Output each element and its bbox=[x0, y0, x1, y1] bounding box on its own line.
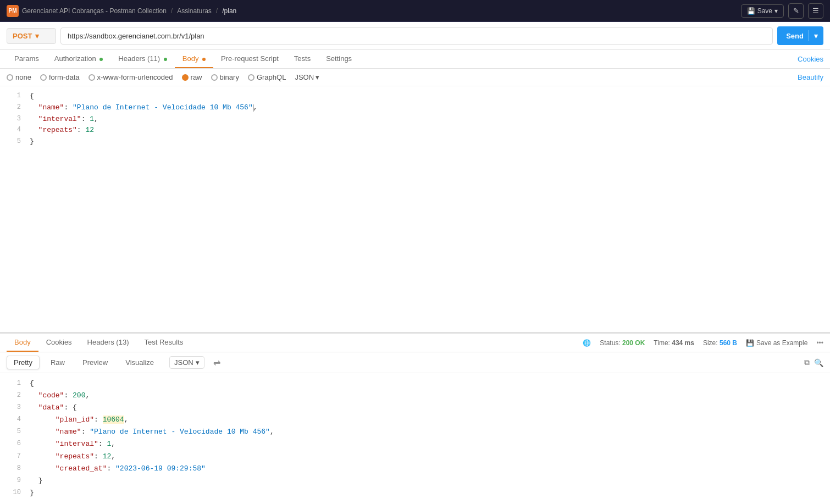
response-tabs-row: Body Cookies Headers (13) Test Results 🌐… bbox=[0, 334, 830, 352]
save-dropdown-icon: ▾ bbox=[774, 7, 778, 15]
response-meta: 🌐 Status: 200 OK Time: 434 ms Size: 560 … bbox=[583, 339, 823, 347]
body-type-raw[interactable]: raw bbox=[182, 73, 202, 81]
body-type-graphql[interactable]: GraphQL bbox=[248, 73, 286, 81]
request-line-1: 1 { bbox=[0, 91, 830, 102]
top-bar-actions: 💾 Save ▾ ✎ ☰ bbox=[741, 3, 823, 19]
tab-headers[interactable]: Headers (11) bbox=[110, 50, 174, 68]
method-value: POST bbox=[13, 32, 32, 40]
response-tab-headers[interactable]: Headers (13) bbox=[80, 334, 137, 352]
breadcrumb-sep-2: / bbox=[216, 7, 218, 15]
response-line-6: 6 "interval": 1, bbox=[0, 438, 830, 450]
response-line-8: 8 "created_at": "2023-06-19 09:29:58" bbox=[0, 463, 830, 475]
radio-graphql bbox=[248, 74, 254, 81]
response-time: Time: 434 ms bbox=[654, 339, 694, 347]
url-input[interactable] bbox=[60, 27, 773, 45]
edit-button[interactable]: ✎ bbox=[788, 3, 804, 19]
radio-urlencoded bbox=[88, 74, 95, 81]
request-line-2: 2 "name": "Plano de Internet - Velocidad… bbox=[0, 102, 830, 114]
body-dot bbox=[202, 58, 206, 61]
copy-icon[interactable]: ⧉ bbox=[804, 358, 810, 367]
response-status: Status: 200 OK bbox=[600, 339, 645, 347]
response-format-row: Pretty Raw Preview Visualize JSON ▾ ⇌ ⧉ … bbox=[0, 352, 830, 373]
response-tab-body[interactable]: Body bbox=[7, 334, 38, 352]
headers-dot bbox=[164, 58, 167, 61]
tab-authorization[interactable]: Authorization bbox=[47, 50, 111, 68]
tab-body[interactable]: Body bbox=[175, 50, 213, 68]
response-size: Size: 560 B bbox=[703, 339, 737, 347]
app-logo: PM bbox=[7, 5, 19, 17]
response-line-2: 2 "code": 200, bbox=[0, 390, 830, 402]
edit-icon: ✎ bbox=[793, 7, 799, 15]
send-label: Send bbox=[786, 32, 808, 40]
breadcrumb-collection[interactable]: Gerencianet API Cobranças - Postman Coll… bbox=[22, 7, 167, 15]
response-line-9: 9 } bbox=[0, 475, 830, 487]
response-status-icon: 🌐 bbox=[583, 339, 591, 347]
save-button[interactable]: 💾 Save ▾ bbox=[741, 4, 784, 18]
save-example-button[interactable]: 💾 Save as Example bbox=[746, 339, 807, 347]
auth-dot bbox=[99, 58, 103, 61]
response-tab-cookies[interactable]: Cookies bbox=[38, 334, 80, 352]
breadcrumb-current: /plan bbox=[222, 7, 236, 15]
response-json-label: JSON bbox=[174, 358, 193, 367]
save-icon: 💾 bbox=[747, 7, 755, 15]
method-dropdown-icon: ▾ bbox=[35, 32, 39, 40]
fmt-pretty[interactable]: Pretty bbox=[7, 356, 40, 369]
breadcrumb-folder[interactable]: Assinaturas bbox=[177, 7, 212, 15]
send-arrow-icon[interactable]: ▾ bbox=[809, 32, 823, 40]
response-line-4: 4 "plan_id": 10604, bbox=[0, 414, 830, 426]
request-line-5: 5 } bbox=[0, 136, 830, 148]
body-type-binary[interactable]: binary bbox=[211, 73, 239, 81]
radio-raw bbox=[182, 74, 189, 81]
response-line-7: 7 "repeats": 12, bbox=[0, 451, 830, 463]
search-icon[interactable]: 🔍 bbox=[814, 358, 823, 367]
response-line-1: 1 { bbox=[0, 378, 830, 390]
top-bar: PM Gerencianet API Cobranças - Postman C… bbox=[0, 0, 830, 22]
body-type-form-data[interactable]: form-data bbox=[40, 73, 80, 81]
tab-settings[interactable]: Settings bbox=[318, 50, 359, 68]
url-bar: POST ▾ Send ▾ bbox=[0, 22, 830, 50]
response-more-icon[interactable]: ••• bbox=[816, 339, 823, 347]
save-example-icon: 💾 bbox=[746, 339, 754, 347]
comment-button[interactable]: ☰ bbox=[808, 3, 823, 19]
radio-form-data bbox=[40, 74, 47, 81]
tab-tests[interactable]: Tests bbox=[286, 50, 318, 68]
beautify-link[interactable]: Beautify bbox=[798, 73, 823, 81]
response-tab-test-results[interactable]: Test Results bbox=[136, 334, 191, 352]
json-format-select[interactable]: JSON ▾ bbox=[295, 73, 319, 81]
response-line-3: 3 "data": { bbox=[0, 402, 830, 414]
response-line-5: 5 "name": "Plano de Internet - Velocidad… bbox=[0, 426, 830, 438]
response-section: Body Cookies Headers (13) Test Results 🌐… bbox=[0, 334, 830, 504]
tab-pre-request[interactable]: Pre-request Script bbox=[213, 50, 286, 68]
body-type-row: none form-data x-www-form-urlencoded raw… bbox=[0, 69, 830, 86]
body-type-none[interactable]: none bbox=[7, 73, 31, 81]
send-button[interactable]: Send ▾ bbox=[777, 26, 823, 45]
response-line-10: 10 } bbox=[0, 487, 830, 499]
radio-binary bbox=[211, 74, 218, 81]
breadcrumb-area: PM Gerencianet API Cobranças - Postman C… bbox=[7, 5, 236, 17]
tab-params[interactable]: Params bbox=[7, 50, 47, 68]
method-select[interactable]: POST ▾ bbox=[7, 28, 56, 44]
request-code-editor[interactable]: 1 { 2 "name": "Plano de Internet - Veloc… bbox=[0, 86, 830, 334]
cookies-link[interactable]: Cookies bbox=[798, 51, 823, 68]
wrap-icon[interactable]: ⇌ bbox=[213, 357, 220, 368]
request-line-4: 4 "repeats": 12 bbox=[0, 125, 830, 136]
save-example-label: Save as Example bbox=[756, 339, 807, 347]
comment-icon: ☰ bbox=[812, 7, 819, 15]
response-code-viewer: 1 { 2 "code": 200, 3 "data": { 4 "plan_i… bbox=[0, 373, 830, 504]
body-type-urlencoded[interactable]: x-www-form-urlencoded bbox=[88, 73, 173, 81]
fmt-visualize[interactable]: Visualize bbox=[119, 356, 161, 369]
request-line-3: 3 "interval": 1, bbox=[0, 114, 830, 125]
response-actions: ⧉ 🔍 bbox=[804, 358, 823, 367]
json-format-label: JSON bbox=[295, 73, 314, 81]
response-json-chevron: ▾ bbox=[196, 358, 200, 367]
breadcrumb-sep-1: / bbox=[171, 7, 173, 15]
response-json-select[interactable]: JSON ▾ bbox=[169, 356, 204, 369]
fmt-preview[interactable]: Preview bbox=[76, 356, 114, 369]
json-format-chevron: ▾ bbox=[316, 73, 319, 81]
radio-none bbox=[7, 74, 13, 81]
save-label: Save bbox=[757, 7, 772, 15]
request-tabs-row: Params Authorization Headers (11) Body P… bbox=[0, 50, 830, 69]
fmt-raw[interactable]: Raw bbox=[44, 356, 71, 369]
